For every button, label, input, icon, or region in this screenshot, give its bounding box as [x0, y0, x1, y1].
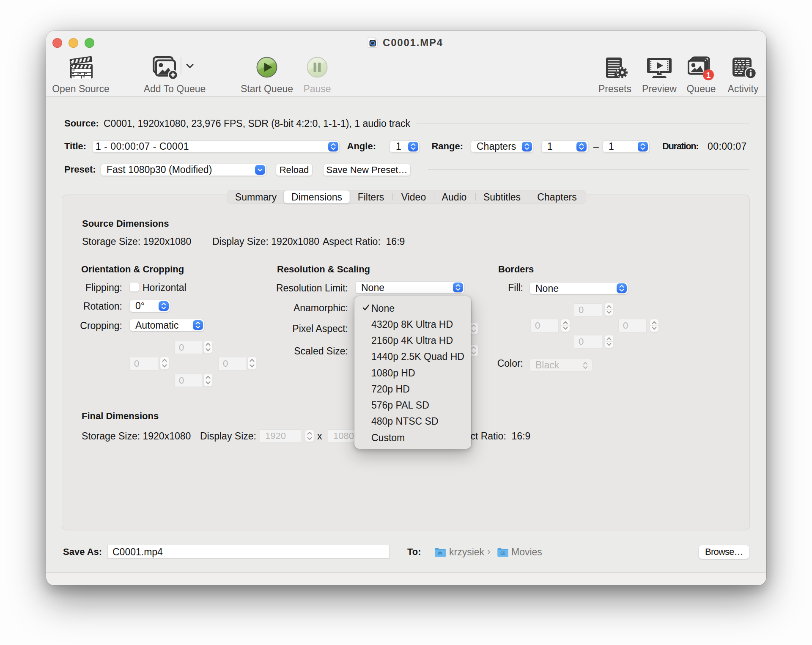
svg-text:1: 1: [706, 71, 711, 80]
